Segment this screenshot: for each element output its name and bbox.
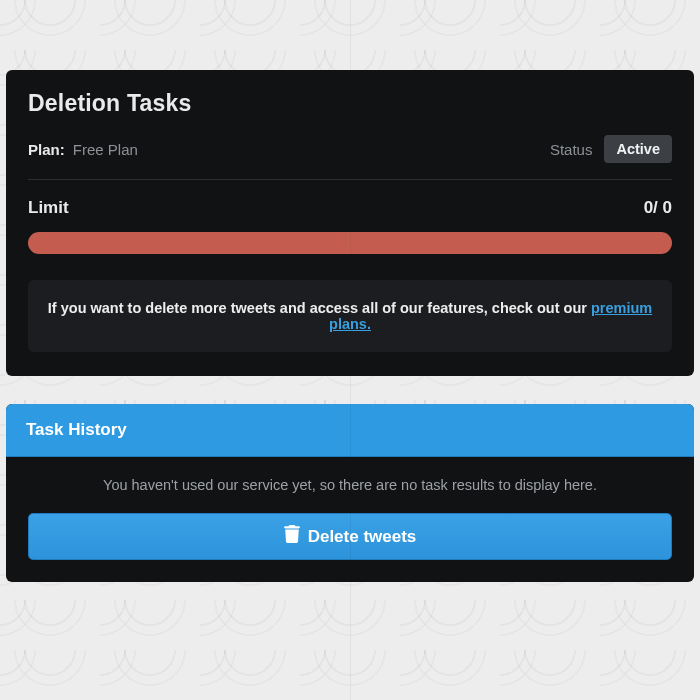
deletion-tasks-title: Deletion Tasks	[28, 90, 672, 117]
status-badge: Active	[604, 135, 672, 163]
plan-label: Plan:	[28, 141, 65, 158]
upgrade-callout-text: If you want to delete more tweets and ac…	[48, 300, 591, 316]
status-label: Status	[550, 141, 593, 158]
deletion-tasks-card: Deletion Tasks Plan: Free Plan Status Ac…	[6, 70, 694, 376]
limit-value: 0/ 0	[644, 198, 672, 218]
limit-progress-bar	[28, 232, 672, 254]
limit-label: Limit	[28, 198, 69, 218]
delete-tweets-button-label: Delete tweets	[308, 527, 417, 547]
upgrade-callout: If you want to delete more tweets and ac…	[28, 280, 672, 352]
limit-row: Limit 0/ 0	[28, 198, 672, 218]
task-history-header: Task History	[6, 404, 694, 457]
task-history-card: Task History You haven't used our servic…	[6, 404, 694, 582]
trash-icon	[284, 525, 300, 548]
plan-value: Free Plan	[73, 141, 138, 158]
plan-info: Plan: Free Plan	[28, 141, 138, 158]
task-history-title: Task History	[26, 420, 674, 440]
delete-tweets-button[interactable]: Delete tweets	[28, 513, 672, 560]
plan-status-row: Plan: Free Plan Status Active	[28, 135, 672, 180]
task-history-empty-message: You haven't used our service yet, so the…	[28, 477, 672, 493]
